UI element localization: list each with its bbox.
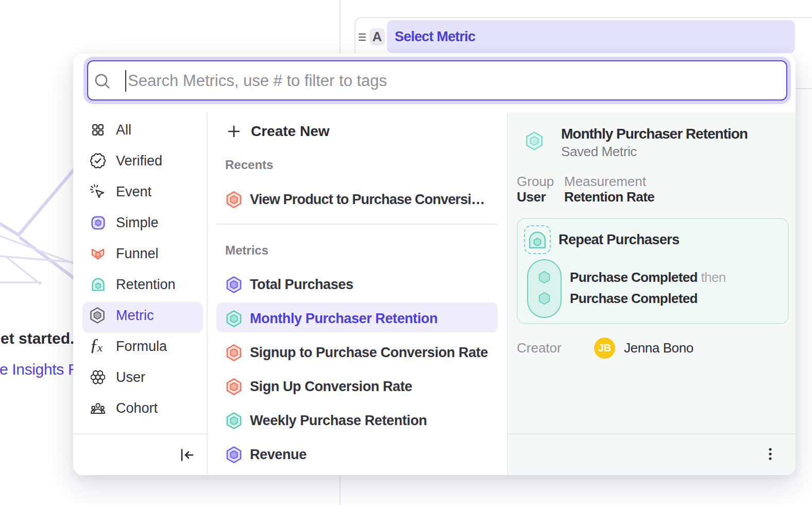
svg-text:x: x [97, 341, 103, 354]
